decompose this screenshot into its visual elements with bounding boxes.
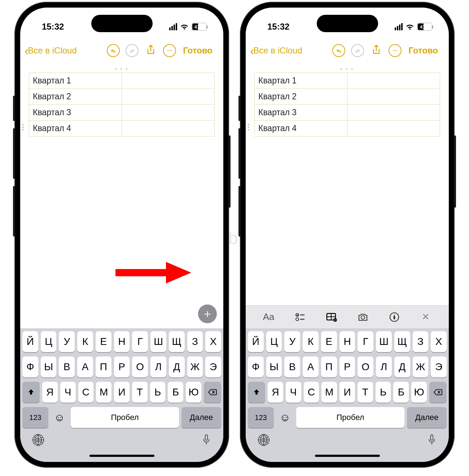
table-row[interactable]: Квартал 1 (255, 73, 440, 89)
letter-key[interactable]: Р (114, 356, 130, 377)
letter-key[interactable]: А (303, 356, 319, 377)
emoji-key[interactable]: ☺ (51, 407, 68, 428)
letter-key[interactable]: Я (42, 382, 58, 403)
globe-key[interactable]: 🌐︎ (32, 434, 45, 449)
letter-key[interactable]: К (77, 331, 93, 352)
numeric-key[interactable]: 123 (22, 407, 48, 428)
table-row[interactable]: Квартал 2 (255, 89, 440, 105)
add-attachment-button[interactable]: ＋ (198, 304, 217, 323)
letter-key[interactable]: Б (393, 382, 409, 403)
letter-key[interactable]: Ю (186, 382, 201, 403)
letter-key[interactable]: Р (339, 356, 355, 377)
letter-key[interactable]: Ч (60, 382, 76, 403)
table-row[interactable]: Квартал 3 (255, 105, 440, 121)
letter-key[interactable]: Щ (169, 331, 185, 352)
shift-key[interactable] (248, 382, 265, 403)
table-row-handle[interactable] (248, 122, 249, 130)
letter-key[interactable]: Е (96, 331, 111, 352)
letter-key[interactable]: Т (132, 382, 148, 403)
back-button[interactable]: ‹ Все в iCloud (250, 44, 328, 57)
letter-key[interactable]: Ц (266, 331, 282, 352)
letter-key[interactable]: Я (268, 382, 283, 403)
numeric-key[interactable]: 123 (248, 407, 274, 428)
letter-key[interactable]: Ф (248, 356, 264, 377)
letter-key[interactable]: А (77, 356, 93, 377)
space-key[interactable]: Пробел (296, 407, 404, 428)
redo-button[interactable] (349, 42, 366, 59)
table-column-handle[interactable]: • • • (254, 66, 440, 73)
letter-key[interactable]: К (303, 331, 319, 352)
more-button[interactable] (387, 42, 403, 59)
letter-key[interactable]: О (358, 356, 373, 377)
letter-key[interactable]: Ь (376, 382, 391, 403)
redo-button[interactable] (124, 42, 140, 59)
letter-key[interactable]: Ы (41, 356, 57, 377)
letter-key[interactable]: Щ (394, 331, 410, 352)
letter-key[interactable]: Л (150, 356, 166, 377)
emoji-key[interactable]: ☺ (276, 407, 294, 428)
undo-button[interactable] (330, 42, 347, 59)
letter-key[interactable]: Х (205, 331, 221, 352)
table-row[interactable]: Квартал 1 (29, 73, 215, 89)
table-column-handle[interactable]: • • • (29, 66, 215, 73)
letter-key[interactable]: Ж (413, 356, 429, 377)
letter-key[interactable]: Ц (41, 331, 57, 352)
letter-key[interactable]: М (321, 382, 337, 403)
letter-key[interactable]: Е (321, 331, 337, 352)
letter-key[interactable]: Ш (150, 331, 166, 352)
globe-key[interactable]: 🌐︎ (258, 434, 270, 449)
letter-key[interactable]: Ы (266, 356, 282, 377)
note-table[interactable]: Квартал 1 Квартал 2 Квартал 3 Квартал 4 (254, 73, 440, 137)
letter-key[interactable]: З (187, 331, 203, 352)
letter-key[interactable]: Х (431, 331, 447, 352)
table-row[interactable]: Квартал 4 (29, 121, 215, 137)
letter-key[interactable]: С (78, 382, 94, 403)
mic-key[interactable] (427, 434, 437, 449)
letter-key[interactable]: Д (169, 356, 185, 377)
share-button[interactable] (368, 42, 385, 59)
backspace-key[interactable] (429, 382, 447, 403)
undo-button[interactable] (105, 42, 122, 59)
next-key[interactable]: Далее (181, 407, 221, 428)
letter-key[interactable]: Т (358, 382, 373, 403)
letter-key[interactable]: М (96, 382, 111, 403)
letter-key[interactable]: О (132, 356, 148, 377)
note-content[interactable]: • • • Квартал 1 Квартал 2 Квартал 3 Квар… (246, 62, 449, 305)
letter-key[interactable]: Н (339, 331, 355, 352)
letter-key[interactable]: Л (376, 356, 392, 377)
letter-key[interactable]: Н (114, 331, 130, 352)
letter-key[interactable]: Ь (150, 382, 166, 403)
letter-key[interactable]: П (321, 356, 337, 377)
share-button[interactable] (143, 42, 159, 59)
letter-key[interactable]: Ч (286, 382, 301, 403)
letter-key[interactable]: Г (132, 331, 148, 352)
back-button[interactable]: ‹ Все в iCloud (25, 44, 103, 57)
letter-key[interactable]: Д (394, 356, 410, 377)
letter-key[interactable]: В (59, 356, 75, 377)
table-button[interactable] (323, 308, 340, 326)
done-button[interactable]: Готово (180, 46, 212, 56)
note-table[interactable]: Квартал 1 Квартал 2 Квартал 3 Квартал 4 (29, 73, 215, 137)
camera-button[interactable] (354, 308, 372, 326)
letter-key[interactable]: У (284, 331, 300, 352)
letter-key[interactable]: Й (22, 331, 38, 352)
letter-key[interactable]: З (413, 331, 429, 352)
letter-key[interactable]: И (339, 382, 355, 403)
letter-key[interactable]: Ф (22, 356, 38, 377)
next-key[interactable]: Далее (407, 407, 447, 428)
table-row[interactable]: Квартал 4 (255, 121, 440, 137)
letter-key[interactable]: Э (431, 356, 447, 377)
letter-key[interactable]: В (284, 356, 300, 377)
letter-key[interactable]: П (96, 356, 111, 377)
more-button[interactable] (161, 42, 178, 59)
letter-key[interactable]: Ш (376, 331, 392, 352)
home-indicator[interactable] (315, 455, 380, 457)
text-format-button[interactable]: Aa (260, 308, 277, 326)
letter-key[interactable]: Й (248, 331, 264, 352)
markup-button[interactable] (386, 308, 403, 326)
letter-key[interactable]: У (59, 331, 75, 352)
letter-key[interactable]: И (114, 382, 130, 403)
table-row[interactable]: Квартал 2 (29, 89, 215, 105)
letter-key[interactable]: Э (205, 356, 221, 377)
table-row[interactable]: Квартал 3 (29, 105, 215, 121)
